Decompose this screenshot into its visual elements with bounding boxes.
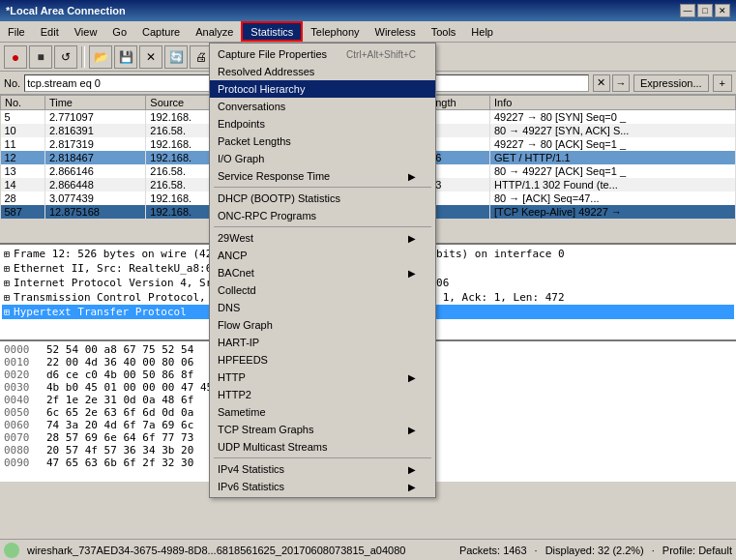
col-no[interactable]: No. bbox=[1, 96, 45, 110]
menu-item-29west[interactable]: 29West▶ bbox=[210, 229, 435, 247]
toolbar-close[interactable]: ✕ bbox=[139, 45, 162, 69]
menu-statistics[interactable]: Statistics bbox=[241, 21, 303, 42]
menu-telephony[interactable]: Telephony bbox=[303, 21, 367, 42]
menu-item-http2[interactable]: HTTP2 bbox=[210, 386, 435, 403]
packet-cell: 2.817319 bbox=[44, 137, 145, 151]
menu-item-i/o-graph[interactable]: I/O Graph bbox=[210, 150, 435, 167]
menu-item-hpfeeds[interactable]: HPFEEDS bbox=[210, 351, 435, 368]
menu-separator bbox=[214, 457, 431, 458]
toolbar-save[interactable]: 💾 bbox=[114, 45, 137, 69]
packet-cell: 49227 → 80 [ACK] Seq=1 _ bbox=[490, 137, 736, 151]
menu-analyze[interactable]: Analyze bbox=[188, 21, 241, 42]
menu-capture[interactable]: Capture bbox=[134, 21, 188, 42]
packet-cell: 14 bbox=[1, 178, 45, 192]
hex-offset: 0050 bbox=[4, 406, 39, 419]
menu-item-http[interactable]: HTTP▶ bbox=[210, 368, 435, 386]
menu-edit[interactable]: Edit bbox=[33, 21, 67, 42]
menu-item-label: IPv6 Statistics bbox=[218, 481, 284, 492]
submenu-arrow-icon: ▶ bbox=[408, 464, 416, 475]
menu-go[interactable]: Go bbox=[104, 21, 134, 42]
toolbar-sep-1 bbox=[81, 46, 85, 68]
menu-item-capture-file-properties[interactable]: Capture File PropertiesCtrl+Alt+Shift+C bbox=[210, 45, 435, 63]
status-profile: Profile: Default bbox=[662, 545, 732, 556]
packet-cell: 2.866146 bbox=[44, 164, 145, 178]
menu-item-label: 29West bbox=[218, 232, 253, 244]
toolbar-open[interactable]: 📂 bbox=[89, 45, 112, 69]
menu-file[interactable]: File bbox=[0, 21, 33, 42]
col-time[interactable]: Time bbox=[44, 96, 145, 110]
toolbar-stop-capture[interactable]: ■ bbox=[29, 45, 52, 69]
filter-clear-btn[interactable]: ✕ bbox=[593, 74, 610, 92]
filter-add-button[interactable]: + bbox=[713, 74, 732, 92]
menu-help[interactable]: Help bbox=[463, 21, 501, 42]
menu-item-sametime[interactable]: Sametime bbox=[210, 403, 435, 421]
menu-item-hart-ip[interactable]: HART-IP bbox=[210, 334, 435, 351]
menu-item-label: I/O Graph bbox=[218, 153, 264, 164]
toolbar-restart-capture[interactable]: ↺ bbox=[54, 45, 77, 69]
menu-item-label: Packet Lengths bbox=[218, 135, 291, 147]
hex-offset: 0020 bbox=[4, 368, 39, 381]
menu-item-endpoints[interactable]: Endpoints bbox=[210, 115, 435, 133]
menu-item-service-response-time[interactable]: Service Response Time▶ bbox=[210, 167, 435, 185]
status-separator-2: · bbox=[652, 545, 655, 556]
menu-item-bacnet[interactable]: BACnet▶ bbox=[210, 264, 435, 281]
statistics-dropdown: Capture File PropertiesCtrl+Alt+Shift+CR… bbox=[209, 43, 436, 498]
menu-item-ancp[interactable]: ANCP bbox=[210, 247, 435, 264]
expression-button[interactable]: Expression... bbox=[633, 74, 709, 92]
packet-cell: 11 bbox=[1, 137, 45, 151]
menu-item-label: ONC-RPC Programs bbox=[218, 210, 316, 221]
menu-item-packet-lengths[interactable]: Packet Lengths bbox=[210, 133, 435, 150]
menu-item-label: HPFEEDS bbox=[218, 354, 268, 366]
menu-item-label: Endpoints bbox=[218, 118, 265, 130]
submenu-arrow-icon: ▶ bbox=[408, 268, 416, 279]
menu-item-dns[interactable]: DNS bbox=[210, 299, 435, 316]
menu-item-label: Service Response Time bbox=[218, 170, 330, 182]
menu-separator bbox=[214, 226, 431, 227]
hex-offset: 0030 bbox=[4, 381, 39, 394]
menu-item-label: UDP Multicast Streams bbox=[218, 441, 328, 453]
filter-go-btn[interactable]: → bbox=[612, 74, 630, 92]
menu-item-resolved-addresses[interactable]: Resolved Addresses bbox=[210, 63, 435, 80]
window-title: *Local Area Connection bbox=[6, 5, 126, 16]
maximize-button[interactable]: □ bbox=[697, 4, 713, 17]
menu-item-label: HTTP bbox=[218, 371, 246, 383]
packet-cell: 12.875168 bbox=[44, 205, 145, 219]
close-button[interactable]: ✕ bbox=[715, 4, 730, 17]
menu-item-onc-rpc-programs[interactable]: ONC-RPC Programs bbox=[210, 207, 435, 224]
packet-cell: 49227 → 80 [SYN] Seq=0 _ bbox=[490, 110, 736, 125]
menu-item-conversations[interactable]: Conversations bbox=[210, 98, 435, 115]
detail-text: Hypertext Transfer Protocol bbox=[14, 306, 187, 318]
hex-offset: 0060 bbox=[4, 419, 39, 431]
menu-item-udp-multicast-streams[interactable]: UDP Multicast Streams bbox=[210, 438, 435, 456]
toolbar-reload[interactable]: 🔄 bbox=[164, 45, 188, 69]
menu-item-tcp-stream-graphs[interactable]: TCP Stream Graphs▶ bbox=[210, 421, 435, 438]
packet-cell: HTTP/1.1 302 Found (te... bbox=[490, 178, 736, 192]
menu-item-label: Conversations bbox=[218, 101, 285, 112]
toolbar-start-capture[interactable]: ● bbox=[4, 45, 27, 69]
submenu-arrow-icon: ▶ bbox=[408, 372, 416, 383]
minimize-button[interactable]: — bbox=[680, 4, 695, 17]
menu-item-collectd[interactable]: Collectd bbox=[210, 281, 435, 299]
menu-item-label: Sametime bbox=[218, 406, 266, 418]
packet-cell: 10 bbox=[1, 124, 45, 137]
menu-item-ipv4-statistics[interactable]: IPv4 Statistics▶ bbox=[210, 460, 435, 478]
menu-item-dhcp-(bootp)-statistics[interactable]: DHCP (BOOTP) Statistics bbox=[210, 190, 435, 207]
menu-item-ipv6-statistics[interactable]: IPv6 Statistics▶ bbox=[210, 478, 435, 495]
menu-wireless[interactable]: Wireless bbox=[368, 21, 424, 42]
col-info[interactable]: Info bbox=[490, 96, 736, 110]
menu-item-label: ANCP bbox=[218, 250, 248, 261]
menu-item-protocol-hierarchy[interactable]: Protocol Hierarchy bbox=[210, 80, 435, 98]
packet-cell: 2.771097 bbox=[44, 110, 145, 125]
expand-icon: ⊞ bbox=[4, 292, 10, 303]
hex-offset: 0040 bbox=[4, 394, 39, 406]
menu-item-flow-graph[interactable]: Flow Graph bbox=[210, 316, 435, 334]
menu-view[interactable]: View bbox=[67, 21, 105, 42]
menu-tools[interactable]: Tools bbox=[424, 21, 464, 42]
status-packets: Packets: 1463 bbox=[459, 545, 527, 556]
menu-item-label: DHCP (BOOTP) Statistics bbox=[218, 192, 340, 204]
hex-offset: 0070 bbox=[4, 431, 39, 444]
packet-cell: GET / HTTP/1.1 bbox=[490, 151, 736, 164]
status-separator-1: · bbox=[535, 545, 538, 556]
titlebar: *Local Area Connection — □ ✕ bbox=[0, 0, 736, 21]
packet-cell: 80 → [ACK] Seq=47... bbox=[490, 192, 736, 205]
